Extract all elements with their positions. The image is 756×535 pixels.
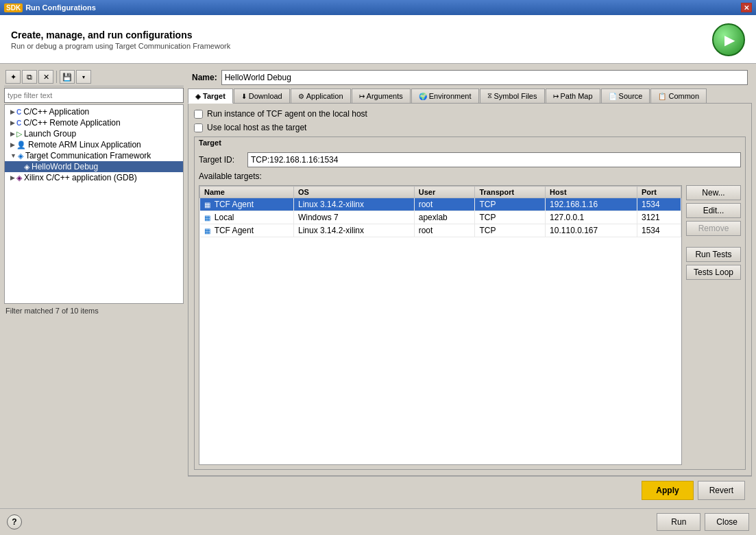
tab-application-label: Application <box>306 92 343 100</box>
remove-target-button[interactable]: Remove <box>686 221 741 236</box>
revert-button[interactable]: Revert <box>698 481 745 500</box>
tree-label-xilinx-gdb: Xilinx C/C++ application (GDB) <box>24 173 137 182</box>
tab-symbol-files[interactable]: ⧖ Symbol Files <box>480 88 545 103</box>
apply-button[interactable]: Apply <box>642 481 693 500</box>
tree-item-cpp-app[interactable]: ▶ C C/C++ Application <box>5 106 183 117</box>
col-header-host: Host <box>546 187 637 198</box>
run-close-area: Run Close <box>657 513 749 531</box>
row3-os: Linux 3.14.2-xilinx <box>293 224 414 237</box>
tab-environment[interactable]: 🌍 Environment <box>411 88 479 103</box>
main-close-button[interactable]: Close <box>705 513 749 531</box>
row1-icon: ▦ <box>204 201 210 209</box>
checkbox-use-localhost[interactable] <box>194 123 203 132</box>
tree-label-remote-arm: Remote ARM Linux Application <box>28 140 141 150</box>
tab-download[interactable]: ⬇ Download <box>234 88 290 103</box>
row3-host: 10.110.0.167 <box>546 224 637 237</box>
collapse-arrow-arm: ▶ <box>10 141 15 148</box>
targets-table: Name OS User Transport Host Port <box>199 186 681 237</box>
row1-port: 1534 <box>637 198 681 211</box>
tab-download-label: Download <box>249 92 282 100</box>
checkbox-run-tcf-label: Run instance of TCF agent on the local h… <box>207 109 367 119</box>
tab-content-target: Run instance of TCF agent on the local h… <box>188 104 752 476</box>
checkbox-run-tcf[interactable] <box>194 110 203 119</box>
tab-target[interactable]: ◈ Target <box>188 88 233 104</box>
tests-loop-button[interactable]: Tests Loop <box>686 265 741 280</box>
row2-os: Windows 7 <box>293 211 414 224</box>
tab-download-icon: ⬇ <box>241 93 247 100</box>
tree-item-launch-group[interactable]: ▶ ▷ Launch Group <box>5 128 183 139</box>
tab-environment-label: Environment <box>429 92 472 100</box>
run-tests-button[interactable]: Run Tests <box>686 247 741 262</box>
targets-area: Name OS User Transport Host Port <box>199 185 741 465</box>
tab-application[interactable]: ⚙ Application <box>291 88 351 103</box>
main-bottom-bar: ? Run Close <box>0 508 756 535</box>
row3-icon: ▦ <box>204 227 210 235</box>
hello-debug-icon: ◈ <box>24 163 29 171</box>
row3-name: ▦ TCF Agent <box>200 224 294 237</box>
row2-icon: ▦ <box>204 214 210 222</box>
edit-target-button[interactable]: Edit... <box>686 203 741 218</box>
app-icon: SDK <box>4 3 23 12</box>
collapse-arrow-launch: ▶ <box>10 130 15 137</box>
new-config-button[interactable]: ✦ <box>5 70 21 84</box>
table-row[interactable]: ▦ TCF Agent Linux 3.14.2-xilinx root TCP… <box>200 224 681 237</box>
toolbar-dropdown-button[interactable]: ▾ <box>76 70 91 84</box>
row3-port: 1534 <box>637 224 681 237</box>
row1-name: ▦ TCF Agent <box>200 198 294 211</box>
filter-status: Filter matched 7 of 10 items <box>4 304 184 505</box>
tab-arguments[interactable]: ↦ Arguments <box>352 88 411 103</box>
available-targets-label: Available targets: <box>199 171 741 181</box>
col-header-name: Name <box>200 187 294 198</box>
new-target-button[interactable]: New... <box>686 185 741 200</box>
tab-target-icon: ◈ <box>195 93 201 100</box>
filter-input[interactable] <box>4 88 184 103</box>
tab-source-icon: 📄 <box>609 93 617 100</box>
row1-user: root <box>414 198 475 211</box>
collapse-arrow-gdb: ▶ <box>10 174 15 181</box>
tcf-icon: ◈ <box>18 152 23 160</box>
tab-source[interactable]: 📄 Source <box>601 88 650 103</box>
tab-path-map[interactable]: ↦ Path Map <box>546 88 600 103</box>
help-button[interactable]: ? <box>7 514 22 530</box>
run-play-button[interactable] <box>712 23 745 56</box>
tab-arguments-icon: ↦ <box>359 93 365 100</box>
close-button[interactable]: ✕ <box>741 3 752 12</box>
title-bar-label: Run Configurations <box>25 3 96 12</box>
row3-transport: TCP <box>475 224 546 237</box>
row2-host: 127.0.0.1 <box>546 211 637 224</box>
tree-item-xilinx-gdb[interactable]: ▶ ◈ Xilinx C/C++ application (GDB) <box>5 172 183 183</box>
tab-symbol-icon: ⧖ <box>487 92 492 100</box>
checkbox-run-tcf-row: Run instance of TCF agent on the local h… <box>194 109 746 119</box>
tab-symbol-label: Symbol Files <box>494 92 537 100</box>
header-area: Create, manage, and run configurations R… <box>0 15 756 64</box>
tree-label-tcf: Target Communication Framework <box>25 151 151 160</box>
save-config-button[interactable]: 💾 <box>60 70 75 84</box>
header-subtitle: Run or debug a program using Target Comm… <box>11 42 230 50</box>
row1-transport: TCP <box>475 198 546 211</box>
target-id-input[interactable] <box>247 152 741 167</box>
tree-item-remote-arm[interactable]: ▶ 👤 Remote ARM Linux Application <box>5 139 183 150</box>
title-bar: SDK Run Configurations ✕ <box>0 0 756 15</box>
gdb-icon: ◈ <box>16 174 22 182</box>
run-button[interactable]: Run <box>657 513 700 531</box>
tabs-row: ◈ Target ⬇ Download ⚙ Application ↦ Argu… <box>188 88 752 104</box>
table-row[interactable]: ▦ TCF Agent Linux 3.14.2-xilinx root TCP… <box>200 198 681 211</box>
duplicate-config-button[interactable]: ⧉ <box>22 70 37 84</box>
apply-revert-bar: Apply Revert <box>188 476 752 504</box>
tab-common[interactable]: 📋 Common <box>650 88 707 103</box>
name-row: Name: <box>188 68 752 87</box>
tree-item-tcf[interactable]: ▼ ◈ Target Communication Framework <box>5 150 183 161</box>
col-header-os: OS <box>293 187 414 198</box>
tree-label-cpp-remote: C/C++ Remote Application <box>23 118 120 128</box>
tree-item-cpp-remote[interactable]: ▶ C C/C++ Remote Application <box>5 117 183 128</box>
table-row[interactable]: ▦ Local Windows 7 apexlab TCP 127.0.0.1 … <box>200 211 681 224</box>
name-input[interactable] <box>221 70 748 85</box>
targets-table-container: Name OS User Transport Host Port <box>199 185 682 465</box>
tree-item-hello-debug[interactable]: ◈ HelloWorld Debug <box>5 161 183 172</box>
row1-host: 192.168.1.16 <box>546 198 637 211</box>
target-id-row: Target ID: <box>199 152 741 167</box>
collapse-arrow-cpp-app: ▶ <box>10 108 15 115</box>
delete-config-button[interactable]: ✕ <box>38 70 53 84</box>
tab-environment-icon: 🌍 <box>419 93 427 100</box>
tab-common-icon: 📋 <box>658 93 666 100</box>
